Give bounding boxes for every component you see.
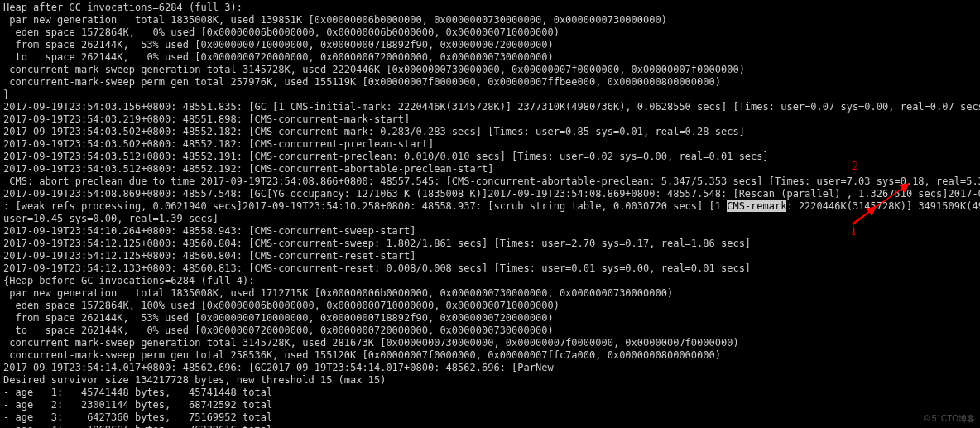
highlight-cms-remark: CMS-remark: [727, 200, 786, 212]
watermark: © 51CTO博客: [924, 412, 975, 425]
gc-log-output: Heap after GC invocations=6284 (full 3):…: [0, 0, 980, 428]
